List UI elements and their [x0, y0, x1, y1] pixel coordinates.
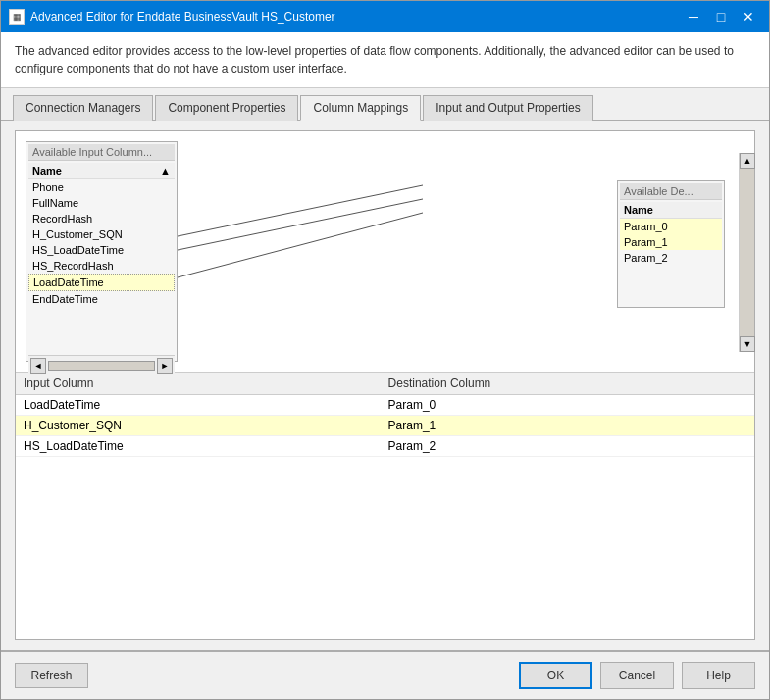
connection-lines: [178, 141, 433, 362]
input-columns-box: Available Input Column... Name ▲ Phone F…: [26, 141, 178, 362]
window-icon: ▦: [9, 9, 25, 25]
dest-column-list: Param_0 Param_1 Param_2: [620, 219, 722, 301]
svg-line-0: [178, 185, 423, 236]
dest-col-param0[interactable]: Param_0: [620, 219, 722, 234]
description-text: The advanced editor provides access to t…: [15, 44, 734, 75]
mapping-table-area: Input Column Destination Column LoadDate…: [16, 372, 754, 639]
window-title: Advanced Editor for Enddate BusinessVaul…: [30, 10, 335, 24]
dest-col-param2[interactable]: Param_2: [620, 250, 722, 266]
main-content: Available Input Column... Name ▲ Phone F…: [1, 121, 769, 650]
tab-column-mappings[interactable]: Column Mappings: [300, 95, 421, 121]
tab-connection-managers[interactable]: Connection Managers: [13, 95, 153, 121]
vertical-scrollbar[interactable]: ▲ ▼: [739, 153, 754, 352]
refresh-button[interactable]: Refresh: [15, 663, 88, 688]
scroll-down-btn[interactable]: ▼: [740, 336, 755, 352]
scroll-up-btn[interactable]: ▲: [740, 153, 755, 169]
svg-line-1: [178, 199, 423, 250]
scroll-indicator: ▲: [160, 165, 171, 176]
mapping-input-1: H_Customer_SQN: [16, 416, 381, 436]
scroll-right-btn[interactable]: ►: [157, 358, 173, 374]
mapping-table: Input Column Destination Column LoadDate…: [16, 373, 754, 457]
cancel-button[interactable]: Cancel: [600, 662, 674, 689]
description-area: The advanced editor provides access to t…: [1, 32, 769, 88]
title-controls: ─ □ ✕: [681, 7, 761, 26]
input-col-recordhash[interactable]: RecordHash: [28, 211, 175, 226]
mapping-input-2: HS_LoadDateTime: [16, 436, 381, 457]
table-row[interactable]: HS_LoadDateTime Param_2: [16, 436, 754, 457]
mapping-dest-1: Param_1: [381, 416, 754, 436]
horizontal-scroll[interactable]: ◄ ►: [28, 355, 175, 375]
tab-input-output[interactable]: Input and Output Properties: [423, 95, 592, 121]
mapping-dest-2: Param_2: [381, 436, 754, 457]
dest-columns-header: Name: [620, 202, 722, 219]
footer-left: Refresh: [15, 663, 88, 688]
dest-col-name-header: Name: [624, 204, 653, 216]
dest-columns-title: Available De...: [620, 183, 722, 200]
footer-right: OK Cancel Help: [519, 662, 755, 689]
minimize-button[interactable]: ─: [681, 7, 706, 26]
tabs-bar: Connection Managers Component Properties…: [1, 88, 769, 121]
input-col-loaddatetime[interactable]: LoadDateTime: [28, 274, 175, 291]
tab-component-properties[interactable]: Component Properties: [155, 95, 298, 121]
input-columns-title: Available Input Column...: [28, 144, 175, 161]
title-bar-left: ▦ Advanced Editor for Enddate BusinessVa…: [9, 9, 335, 25]
table-row[interactable]: LoadDateTime Param_0: [16, 395, 754, 416]
main-window: ▦ Advanced Editor for Enddate BusinessVa…: [0, 0, 770, 700]
destination-columns-box: Available De... Name Param_0 Param_1 Par…: [617, 180, 725, 308]
mapping-input-0: LoadDateTime: [16, 395, 381, 416]
input-columns-header: Name ▲: [28, 163, 175, 179]
input-col-fullname[interactable]: FullName: [28, 195, 175, 211]
input-col-hcustomersqn[interactable]: H_Customer_SQN: [28, 226, 175, 242]
close-button[interactable]: ✕: [736, 7, 761, 26]
input-col-hsrecordhash[interactable]: HS_RecordHash: [28, 258, 175, 274]
svg-line-2: [178, 213, 423, 277]
help-button[interactable]: Help: [682, 662, 755, 689]
mapping-area: Available Input Column... Name ▲ Phone F…: [15, 130, 755, 640]
input-col-hsloaddatetime[interactable]: HS_LoadDateTime: [28, 242, 175, 258]
scroll-left-btn[interactable]: ◄: [30, 358, 46, 374]
scroll-track[interactable]: [48, 361, 155, 371]
title-bar: ▦ Advanced Editor for Enddate BusinessVa…: [1, 1, 769, 32]
col-header-input: Input Column: [16, 373, 381, 395]
input-col-name-header: Name: [32, 165, 62, 176]
dest-col-param1[interactable]: Param_1: [620, 234, 722, 250]
table-row[interactable]: H_Customer_SQN Param_1: [16, 416, 754, 436]
ok-button[interactable]: OK: [519, 662, 592, 689]
input-column-list: Phone FullName RecordHash H_Customer_SQN…: [28, 179, 175, 355]
footer-area: Refresh OK Cancel Help: [1, 650, 769, 699]
col-header-destination: Destination Column: [381, 373, 754, 395]
table-header-row: Input Column Destination Column: [16, 373, 754, 395]
scroll-thumb-track: [740, 169, 754, 336]
maximize-button[interactable]: □: [708, 7, 734, 26]
input-col-enddatetime[interactable]: EndDateTime: [28, 291, 175, 307]
top-panel: Available Input Column... Name ▲ Phone F…: [16, 131, 754, 372]
input-col-phone[interactable]: Phone: [28, 179, 175, 195]
mapping-dest-0: Param_0: [381, 395, 754, 416]
